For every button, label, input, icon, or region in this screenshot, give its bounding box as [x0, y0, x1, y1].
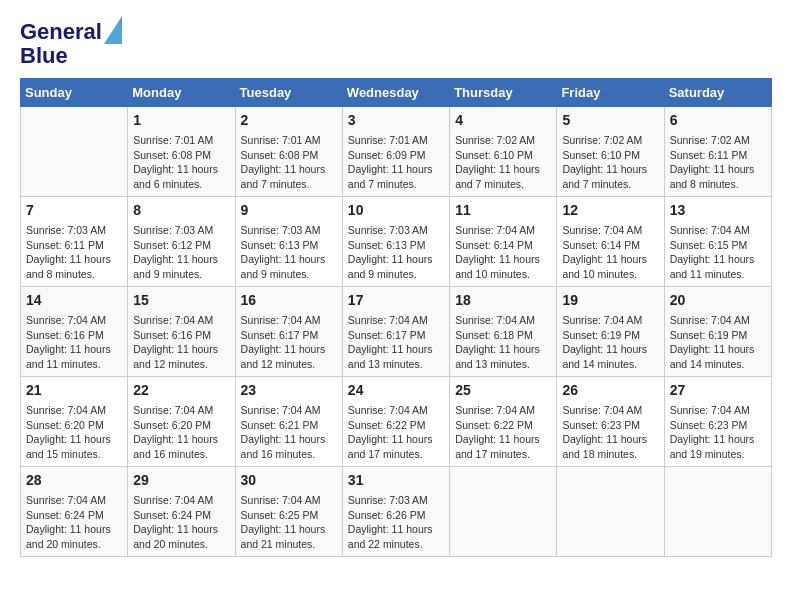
calendar-cell: 5Sunrise: 7:02 AMSunset: 6:10 PMDaylight…	[557, 107, 664, 197]
calendar-cell: 25Sunrise: 7:04 AMSunset: 6:22 PMDayligh…	[450, 377, 557, 467]
day-info: Sunrise: 7:04 AMSunset: 6:17 PMDaylight:…	[241, 313, 337, 372]
calendar-week-row: 7Sunrise: 7:03 AMSunset: 6:11 PMDaylight…	[21, 197, 772, 287]
day-number: 2	[241, 111, 337, 131]
calendar-cell: 27Sunrise: 7:04 AMSunset: 6:23 PMDayligh…	[664, 377, 771, 467]
day-info: Sunrise: 7:04 AMSunset: 6:22 PMDaylight:…	[455, 403, 551, 462]
calendar-cell: 21Sunrise: 7:04 AMSunset: 6:20 PMDayligh…	[21, 377, 128, 467]
day-info: Sunrise: 7:04 AMSunset: 6:19 PMDaylight:…	[562, 313, 658, 372]
calendar-cell: 15Sunrise: 7:04 AMSunset: 6:16 PMDayligh…	[128, 287, 235, 377]
day-info: Sunrise: 7:04 AMSunset: 6:18 PMDaylight:…	[455, 313, 551, 372]
calendar-week-row: 14Sunrise: 7:04 AMSunset: 6:16 PMDayligh…	[21, 287, 772, 377]
day-info: Sunrise: 7:03 AMSunset: 6:12 PMDaylight:…	[133, 223, 229, 282]
day-info: Sunrise: 7:04 AMSunset: 6:24 PMDaylight:…	[133, 493, 229, 552]
calendar-cell: 30Sunrise: 7:04 AMSunset: 6:25 PMDayligh…	[235, 467, 342, 557]
logo: General Blue	[20, 20, 122, 68]
day-number: 28	[26, 471, 122, 491]
day-number: 7	[26, 201, 122, 221]
day-number: 19	[562, 291, 658, 311]
day-number: 31	[348, 471, 444, 491]
day-number: 25	[455, 381, 551, 401]
day-number: 6	[670, 111, 766, 131]
day-info: Sunrise: 7:04 AMSunset: 6:16 PMDaylight:…	[26, 313, 122, 372]
day-number: 13	[670, 201, 766, 221]
day-number: 22	[133, 381, 229, 401]
day-number: 14	[26, 291, 122, 311]
day-info: Sunrise: 7:04 AMSunset: 6:21 PMDaylight:…	[241, 403, 337, 462]
calendar-cell: 19Sunrise: 7:04 AMSunset: 6:19 PMDayligh…	[557, 287, 664, 377]
calendar-cell	[21, 107, 128, 197]
day-info: Sunrise: 7:04 AMSunset: 6:23 PMDaylight:…	[670, 403, 766, 462]
day-info: Sunrise: 7:02 AMSunset: 6:11 PMDaylight:…	[670, 133, 766, 192]
day-number: 23	[241, 381, 337, 401]
header-saturday: Saturday	[664, 79, 771, 107]
calendar-cell: 11Sunrise: 7:04 AMSunset: 6:14 PMDayligh…	[450, 197, 557, 287]
day-number: 26	[562, 381, 658, 401]
calendar-week-row: 28Sunrise: 7:04 AMSunset: 6:24 PMDayligh…	[21, 467, 772, 557]
day-info: Sunrise: 7:04 AMSunset: 6:23 PMDaylight:…	[562, 403, 658, 462]
calendar-cell: 8Sunrise: 7:03 AMSunset: 6:12 PMDaylight…	[128, 197, 235, 287]
day-info: Sunrise: 7:01 AMSunset: 6:09 PMDaylight:…	[348, 133, 444, 192]
day-info: Sunrise: 7:03 AMSunset: 6:13 PMDaylight:…	[241, 223, 337, 282]
day-info: Sunrise: 7:04 AMSunset: 6:24 PMDaylight:…	[26, 493, 122, 552]
calendar-cell: 12Sunrise: 7:04 AMSunset: 6:14 PMDayligh…	[557, 197, 664, 287]
calendar-header-row: SundayMondayTuesdayWednesdayThursdayFrid…	[21, 79, 772, 107]
calendar-cell	[557, 467, 664, 557]
day-number: 1	[133, 111, 229, 131]
day-number: 15	[133, 291, 229, 311]
calendar-cell: 31Sunrise: 7:03 AMSunset: 6:26 PMDayligh…	[342, 467, 449, 557]
calendar-cell: 16Sunrise: 7:04 AMSunset: 6:17 PMDayligh…	[235, 287, 342, 377]
day-number: 27	[670, 381, 766, 401]
day-number: 30	[241, 471, 337, 491]
day-number: 9	[241, 201, 337, 221]
day-number: 10	[348, 201, 444, 221]
calendar-cell: 9Sunrise: 7:03 AMSunset: 6:13 PMDaylight…	[235, 197, 342, 287]
day-info: Sunrise: 7:04 AMSunset: 6:25 PMDaylight:…	[241, 493, 337, 552]
calendar-cell: 22Sunrise: 7:04 AMSunset: 6:20 PMDayligh…	[128, 377, 235, 467]
calendar-cell: 13Sunrise: 7:04 AMSunset: 6:15 PMDayligh…	[664, 197, 771, 287]
header-sunday: Sunday	[21, 79, 128, 107]
day-number: 24	[348, 381, 444, 401]
day-info: Sunrise: 7:01 AMSunset: 6:08 PMDaylight:…	[241, 133, 337, 192]
day-number: 29	[133, 471, 229, 491]
day-info: Sunrise: 7:04 AMSunset: 6:19 PMDaylight:…	[670, 313, 766, 372]
calendar-cell: 29Sunrise: 7:04 AMSunset: 6:24 PMDayligh…	[128, 467, 235, 557]
calendar-cell: 14Sunrise: 7:04 AMSunset: 6:16 PMDayligh…	[21, 287, 128, 377]
day-number: 11	[455, 201, 551, 221]
calendar-cell	[664, 467, 771, 557]
day-info: Sunrise: 7:03 AMSunset: 6:26 PMDaylight:…	[348, 493, 444, 552]
calendar-cell	[450, 467, 557, 557]
calendar-cell: 3Sunrise: 7:01 AMSunset: 6:09 PMDaylight…	[342, 107, 449, 197]
day-number: 17	[348, 291, 444, 311]
day-info: Sunrise: 7:04 AMSunset: 6:20 PMDaylight:…	[26, 403, 122, 462]
calendar-cell: 10Sunrise: 7:03 AMSunset: 6:13 PMDayligh…	[342, 197, 449, 287]
calendar-cell: 20Sunrise: 7:04 AMSunset: 6:19 PMDayligh…	[664, 287, 771, 377]
calendar-week-row: 1Sunrise: 7:01 AMSunset: 6:08 PMDaylight…	[21, 107, 772, 197]
calendar-cell: 26Sunrise: 7:04 AMSunset: 6:23 PMDayligh…	[557, 377, 664, 467]
day-info: Sunrise: 7:04 AMSunset: 6:14 PMDaylight:…	[455, 223, 551, 282]
day-info: Sunrise: 7:03 AMSunset: 6:11 PMDaylight:…	[26, 223, 122, 282]
calendar-cell: 1Sunrise: 7:01 AMSunset: 6:08 PMDaylight…	[128, 107, 235, 197]
day-info: Sunrise: 7:04 AMSunset: 6:14 PMDaylight:…	[562, 223, 658, 282]
header-friday: Friday	[557, 79, 664, 107]
calendar-cell: 23Sunrise: 7:04 AMSunset: 6:21 PMDayligh…	[235, 377, 342, 467]
day-number: 4	[455, 111, 551, 131]
logo-text-line1: General	[20, 20, 102, 44]
header-wednesday: Wednesday	[342, 79, 449, 107]
day-info: Sunrise: 7:04 AMSunset: 6:17 PMDaylight:…	[348, 313, 444, 372]
calendar-cell: 17Sunrise: 7:04 AMSunset: 6:17 PMDayligh…	[342, 287, 449, 377]
day-info: Sunrise: 7:02 AMSunset: 6:10 PMDaylight:…	[455, 133, 551, 192]
calendar-body: 1Sunrise: 7:01 AMSunset: 6:08 PMDaylight…	[21, 107, 772, 557]
calendar-cell: 4Sunrise: 7:02 AMSunset: 6:10 PMDaylight…	[450, 107, 557, 197]
day-info: Sunrise: 7:02 AMSunset: 6:10 PMDaylight:…	[562, 133, 658, 192]
calendar-table: SundayMondayTuesdayWednesdayThursdayFrid…	[20, 78, 772, 557]
header-tuesday: Tuesday	[235, 79, 342, 107]
calendar-cell: 6Sunrise: 7:02 AMSunset: 6:11 PMDaylight…	[664, 107, 771, 197]
day-info: Sunrise: 7:01 AMSunset: 6:08 PMDaylight:…	[133, 133, 229, 192]
day-info: Sunrise: 7:04 AMSunset: 6:20 PMDaylight:…	[133, 403, 229, 462]
day-number: 12	[562, 201, 658, 221]
calendar-cell: 18Sunrise: 7:04 AMSunset: 6:18 PMDayligh…	[450, 287, 557, 377]
day-info: Sunrise: 7:03 AMSunset: 6:13 PMDaylight:…	[348, 223, 444, 282]
logo-text-line2: Blue	[20, 44, 122, 68]
header-monday: Monday	[128, 79, 235, 107]
calendar-cell: 24Sunrise: 7:04 AMSunset: 6:22 PMDayligh…	[342, 377, 449, 467]
